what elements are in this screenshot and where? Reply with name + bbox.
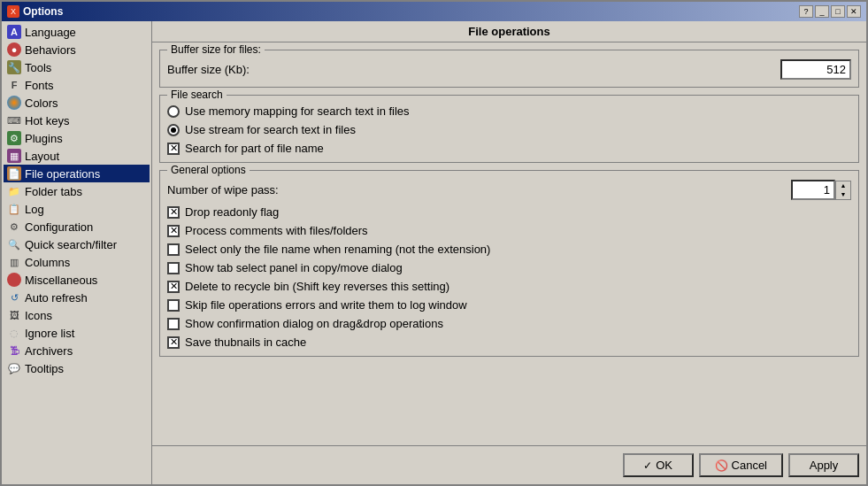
radio-stream-label: Use stream for search text in files [185,123,356,136]
wipe-value-input[interactable] [791,180,835,200]
right-panel: File operations Buffer size for files: B… [152,21,866,484]
filesearch-group: File search Use memory mapping for searc… [159,95,859,163]
behaviors-icon: ● [7,42,21,57]
checkbox-select-filename-box[interactable] [167,243,180,256]
checkbox-skip-errors-box[interactable] [167,299,180,312]
window-title: Options [23,5,63,18]
checkbox-partname-label: Search for part of file name [185,142,324,155]
ok-icon: ✓ [643,459,652,472]
buffer-group: Buffer size for files: Buffer size (Kb): [159,50,859,88]
checkbox-show-tab-select-box[interactable] [167,262,180,274]
icons-icon: 🖼 [7,308,21,322]
sidebar-item-columns[interactable]: ▥ Columns [4,253,150,271]
checkbox-skip-errors[interactable]: Skip file operations errors and write th… [167,298,851,312]
ignorelist-icon: ◌ [7,326,21,340]
checkbox-save-thumbnails[interactable]: Save thubnails in cache [167,336,851,349]
sidebar-item-tools[interactable]: 🔧 Tools [4,58,150,76]
apply-label: Apply [810,459,839,472]
checkbox-process-comments-label: Process comments with files/folders [185,224,368,237]
spinner-up[interactable]: ▲ [836,181,850,190]
radio-stream-button[interactable] [167,124,180,136]
sidebar-item-colors[interactable]: Colors [4,94,150,112]
wipe-pass-label: Number of wipe pass: [167,183,279,197]
buffer-field-row: Buffer size (Kb): [167,59,851,80]
fonts-icon: F [7,78,21,92]
checkbox-show-confirm-box[interactable] [167,318,180,330]
buffer-group-title: Buffer size for files: [167,43,265,56]
main-content: A Language ● Behaviors 🔧 Tools F Fonts C… [2,21,866,484]
checkbox-drop-readonly-box[interactable] [167,206,180,219]
maximize-button[interactable]: □ [831,5,845,18]
checkbox-show-tab-select[interactable]: Show tab select panel in copy/move dialo… [167,261,851,274]
help-button[interactable]: ? [799,5,813,18]
spinner-down[interactable]: ▼ [836,190,850,199]
minimize-button[interactable]: _ [815,5,829,18]
checkbox-drop-readonly[interactable]: Drop readonly flag [167,205,851,219]
columns-icon: ▥ [7,255,21,269]
sidebar-item-plugins[interactable]: ⚙ Plugins [4,129,150,147]
checkbox-show-tab-select-label: Show tab select panel in copy/move dialo… [185,261,403,274]
sidebar-item-foldertabs[interactable]: 📁 Folder tabs [4,182,150,200]
sidebar-item-log[interactable]: 📋 Log [4,200,150,218]
buffer-size-input[interactable] [780,59,851,80]
checkbox-process-comments-box[interactable] [167,225,180,237]
sidebar-item-tooltips[interactable]: 💬 Tooltips [4,359,150,377]
bottom-bar: ✓ OK 🚫 Cancel Apply [152,445,866,484]
wipe-spinner: ▲ ▼ [791,180,851,200]
checkbox-delete-recycle-box[interactable] [167,281,180,293]
sidebar-item-layout[interactable]: ▦ Layout [4,147,150,165]
buffer-size-label: Buffer size (Kb): [167,63,250,76]
sidebar-item-quicksearch[interactable]: 🔍 Quick search/filter [4,235,150,253]
sidebar-item-icons[interactable]: 🖼 Icons [4,306,150,324]
wipe-pass-row: Number of wipe pass: ▲ ▼ [167,180,851,200]
sidebar-item-hotkeys[interactable]: ⌨ Hot keys [4,112,150,129]
archivers-icon: 🗜 [7,343,21,358]
options-window: X Options ? _ □ ✕ A Language ● Behaviors… [0,0,868,486]
plugins-icon: ⚙ [7,131,21,145]
checkbox-delete-recycle-label: Delete to recycle bin (Shift key reverse… [185,280,449,293]
quicksearch-icon: 🔍 [7,237,21,251]
checkbox-partname-box[interactable] [167,143,180,155]
checkbox-skip-errors-label: Skip file operations errors and write th… [185,298,467,312]
tools-icon: 🔧 [7,60,21,74]
fileops-icon: 📄 [7,166,21,181]
hotkeys-icon: ⌨ [7,113,21,127]
titlebar-buttons: ? _ □ ✕ [799,5,861,18]
autorefresh-icon: ↺ [7,290,21,305]
sidebar-item-ignorelist[interactable]: ◌ Ignore list [4,324,150,342]
language-icon: A [7,25,21,39]
colors-icon [7,96,21,110]
configuration-icon: ⚙ [7,220,21,234]
panel-header: File operations [152,21,866,42]
cancel-label: Cancel [732,459,767,472]
checkbox-select-filename-label: Select only the file name when renaming … [185,243,490,256]
checkbox-delete-recycle[interactable]: Delete to recycle bin (Shift key reverse… [167,280,851,293]
sidebar-item-language[interactable]: A Language [4,23,150,41]
ok-button[interactable]: ✓ OK [623,453,694,477]
radio-stream[interactable]: Use stream for search text in files [167,123,851,136]
apply-button[interactable]: Apply [788,453,859,477]
sidebar-item-fileops[interactable]: 📄 File operations [4,165,150,182]
cancel-icon: 🚫 [715,459,728,472]
radio-memmap-button[interactable] [167,105,180,118]
checkbox-partname[interactable]: Search for part of file name [167,142,851,155]
filesearch-group-title: File search [167,89,227,101]
sidebar-item-archivers[interactable]: 🗜 Archivers [4,342,150,359]
titlebar-left: X Options [7,5,63,18]
sidebar-item-autorefresh[interactable]: ↺ Auto refresh [4,289,150,306]
checkbox-show-confirm[interactable]: Show confirmation dialog on drag&drop op… [167,317,851,330]
checkbox-show-confirm-label: Show confirmation dialog on drag&drop op… [185,317,443,330]
checkbox-save-thumbnails-box[interactable] [167,336,180,349]
checkbox-select-filename[interactable]: Select only the file name when renaming … [167,243,851,256]
app-icon: X [7,5,19,18]
close-button[interactable]: ✕ [847,5,861,18]
sidebar-item-configuration[interactable]: ⚙ Configuration [4,218,150,235]
ok-label: OK [656,459,672,472]
radio-memmap[interactable]: Use memory mapping for search text in fi… [167,104,851,118]
panel-body: Buffer size for files: Buffer size (Kb):… [152,42,866,445]
sidebar-item-miscellaneous[interactable]: Miscellaneous [4,271,150,289]
sidebar-item-behaviors[interactable]: ● Behaviors [4,41,150,58]
sidebar-item-fonts[interactable]: F Fonts [4,76,150,94]
cancel-button[interactable]: 🚫 Cancel [699,453,783,477]
checkbox-process-comments[interactable]: Process comments with files/folders [167,224,851,237]
